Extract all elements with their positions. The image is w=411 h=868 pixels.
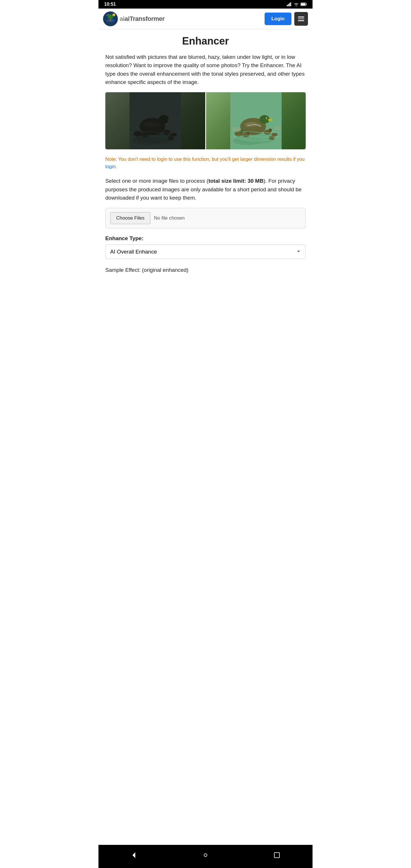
header-buttons: Login bbox=[264, 12, 308, 26]
status-icons bbox=[287, 2, 307, 6]
sample-effect-text: Sample Effect: (original enhanced) bbox=[105, 267, 306, 273]
sample-images bbox=[105, 92, 306, 149]
image-divider bbox=[205, 92, 206, 149]
main-content: Enhancer Not satisfied with pictures tha… bbox=[98, 29, 313, 296]
menu-button[interactable] bbox=[294, 12, 308, 26]
menu-line-3 bbox=[298, 20, 304, 21]
svg-point-33 bbox=[266, 118, 267, 119]
description-text: Not satisfied with pictures that are blu… bbox=[105, 53, 306, 87]
svg-point-40 bbox=[271, 132, 278, 136]
logo-area: aiaiTransformer bbox=[103, 11, 165, 26]
header: aiaiTransformer Login bbox=[98, 8, 313, 29]
note-text: Note: You don't need to login to use thi… bbox=[105, 156, 306, 171]
sample-image-after bbox=[206, 92, 306, 149]
no-file-text: No file chosen bbox=[154, 215, 185, 221]
svg-point-41 bbox=[268, 136, 274, 140]
status-time: 10:51 bbox=[104, 2, 116, 7]
enhance-type-label: Enhance Type: bbox=[105, 235, 306, 242]
status-bar: 10:51 bbox=[98, 0, 313, 8]
file-input-area: Choose Files No file chosen bbox=[105, 208, 306, 228]
svg-point-11 bbox=[107, 14, 113, 19]
svg-point-37 bbox=[247, 132, 249, 134]
svg-point-39 bbox=[268, 128, 272, 132]
enhance-type-select[interactable]: AI Overall EnhanceSharpenDenoiseDeblurLo… bbox=[105, 244, 306, 259]
svg-point-30 bbox=[259, 115, 270, 124]
login-link[interactable]: login bbox=[105, 164, 116, 169]
enhance-type-section: Enhance Type: AI Overall EnhanceSharpenD… bbox=[105, 235, 306, 265]
svg-rect-24 bbox=[130, 92, 181, 149]
logo-text: aiaiTransformer bbox=[120, 15, 165, 23]
battery-icon bbox=[301, 3, 307, 6]
svg-rect-3 bbox=[290, 2, 291, 6]
svg-point-42 bbox=[231, 127, 240, 132]
page-title: Enhancer bbox=[105, 35, 306, 47]
svg-rect-6 bbox=[306, 4, 307, 5]
choose-files-button[interactable]: Choose Files bbox=[110, 212, 150, 224]
login-button[interactable]: Login bbox=[264, 12, 291, 25]
wifi-icon bbox=[294, 2, 299, 6]
svg-point-12 bbox=[113, 13, 115, 16]
svg-rect-0 bbox=[287, 5, 288, 6]
menu-line-2 bbox=[298, 19, 304, 20]
svg-point-43 bbox=[274, 126, 281, 130]
svg-point-4 bbox=[296, 6, 297, 6]
sample-image-before bbox=[105, 92, 205, 149]
svg-rect-1 bbox=[288, 4, 289, 6]
svg-point-31 bbox=[268, 119, 272, 121]
svg-rect-2 bbox=[289, 3, 290, 6]
svg-rect-7 bbox=[301, 3, 306, 5]
select-description: Select one or more image files to proces… bbox=[105, 177, 306, 202]
signal-icon bbox=[287, 2, 292, 6]
menu-line-1 bbox=[298, 17, 304, 18]
logo-icon bbox=[103, 11, 118, 26]
